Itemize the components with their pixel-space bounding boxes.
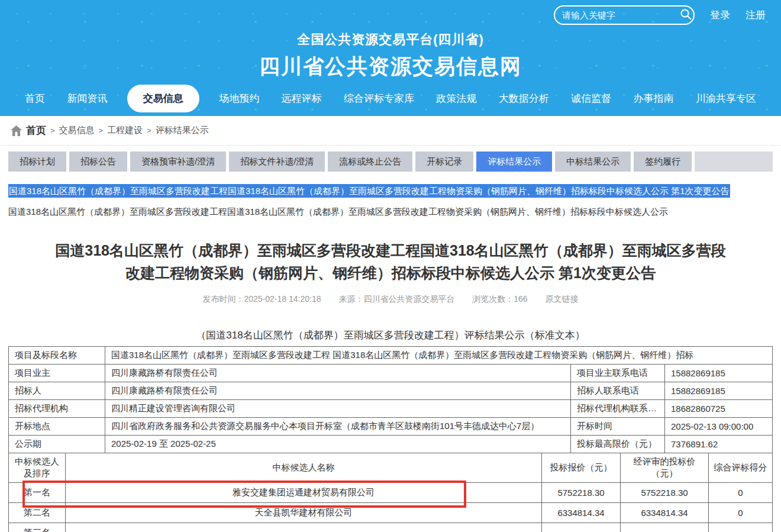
publicity-label-cell: 公示期 [9,436,105,453]
nav-item-policies[interactable]: 政策法规 [434,87,479,110]
breadcrumb-separator: > [50,126,55,135]
search-icon[interactable] [680,8,692,22]
owner-label-cell: 项目业主 [9,365,105,382]
nav-item-home[interactable]: 首页 [22,87,47,110]
score-cell: 0 [709,482,773,502]
nav-item-news[interactable]: 新闻资讯 [64,87,109,110]
nav-item-big-data[interactable]: 大数据分析 [496,87,551,110]
table-row: 招标代理机构 四川精正建设管理咨询有限公司 招标代理机构联系电话 1868286… [9,400,773,418]
header-evaluated-price: 经评审的投标价（元） [621,453,709,483]
evaluated-price-cell: 5752218.30 [621,482,709,502]
tabs-filler [695,151,773,172]
score-cell [709,523,773,532]
search-input[interactable] [562,10,680,20]
header-bid-price: 投标报价（元） [542,453,621,483]
publish-time: 发布时间：2025-02-18 14:20:18 [202,294,321,305]
max-price-label-cell: 投标最高限价（元） [571,436,665,453]
register-link[interactable]: 注册 [746,8,766,22]
breadcrumb-item-evaluation-result[interactable]: 评标结果公示 [156,125,209,136]
agency-value-cell: 四川精正建设管理咨询有限公司 [105,400,571,418]
site-subtitle: 全国公共资源交易平台(四川省) [0,31,781,49]
table-row: 项目及标段名称 国道318名山区黑竹（成都界）至雨城区多营段改建工程 国道318… [9,347,773,365]
max-price-value-cell: 7376891.62 [665,436,773,453]
site-header: 登录 注册 全国公共资源交易平台(四川省) 四川省公共资源交易信息网 首页 新闻… [0,0,781,116]
main-nav: 首页 新闻资讯 交易信息 场地预约 远程评标 综合评标专家库 政策法规 大数据分… [0,84,781,112]
table-row: 公示期 2025-02-19 至 2025-02-25 投标最高限价（元） 73… [9,436,773,453]
site-title: 四川省公共资源交易信息网 [0,53,781,80]
list-item-selected[interactable]: 国道318名山区黑竹（成都界）至雨城区多营段改建工程国道318名山区黑竹（成都界… [8,185,773,197]
venue-label-cell: 开标地点 [9,418,105,436]
result-table-wrap: 项目及标段名称 国道318名山区黑竹（成都界）至雨城区多营段改建工程 国道318… [8,346,773,532]
rank-cell: 第一名 [9,482,66,502]
announcement-list: 国道318名山区黑竹（成都界）至雨城区多营段改建工程国道318名山区黑竹（成都界… [8,185,773,218]
category-tabs: 招标计划 招标公告 资格预审补遗/澄清 招标文件补遗/澄清 流标或终止公告 开标… [8,151,773,172]
agency-label-cell: 招标代理机构 [9,400,105,418]
nav-item-expert-pool[interactable]: 综合评标专家库 [341,87,417,110]
bid-price-cell: 6334814.34 [542,502,621,523]
table-row: 项目业主 四川康藏路桥有限责任公司 项目业主联系电话 15882869185 [9,365,773,382]
tab-bid-announcement[interactable]: 招标公告 [69,151,127,172]
login-link[interactable]: 登录 [710,8,730,22]
nav-item-remote-evaluation[interactable]: 远程评标 [279,87,324,110]
project-info-table: 项目及标段名称 国道318名山区黑竹（成都界）至雨城区多营段改建工程 国道318… [8,346,773,453]
nav-item-venue-booking[interactable]: 场地预约 [217,87,262,110]
evaluated-price-cell [621,523,709,532]
candidate-name-cell [66,523,542,532]
evaluated-price-cell: 6334814.34 [621,502,709,523]
bid-price-cell [542,523,621,532]
rank-cell: 第二名 [9,502,66,523]
tenderer-phone-value-cell: 15882869185 [665,382,773,400]
agency-phone-value-cell: 18682860725 [665,400,773,418]
rank-cell: 第三名 [9,523,66,532]
breadcrumb-item-trade-info[interactable]: 交易信息 [59,125,95,136]
breadcrumb-item-engineering[interactable]: 工程建设 [107,125,143,136]
owner-phone-value-cell: 15882869185 [665,365,773,382]
breadcrumb: 首页 > 交易信息 > 工程建设 > 评标结果公示 [0,116,781,146]
tenderer-phone-label-cell: 招标人联系电话 [571,382,665,400]
view-count: 浏览次数：166 [472,294,527,305]
topbar: 登录 注册 [554,5,766,25]
header-score: 综合评标得分 [709,453,773,483]
view-count-label: 浏览次数： [472,294,514,304]
bid-price-cell: 5752218.30 [542,482,621,502]
source-label: 来源： [338,294,363,304]
page: 登录 注册 全国公共资源交易平台(四川省) 四川省公共资源交易信息网 首页 新闻… [0,0,781,532]
tenderer-value-cell: 四川康藏路桥有限责任公司 [105,382,571,400]
table-row: 第二名 天全县凯华建材有限公司 6334814.34 6334814.34 0 [9,502,773,523]
header-candidate-name: 中标候选人名称 [66,453,542,483]
breadcrumb-home[interactable]: 首页 [26,124,46,137]
result-table-caption: （国道318名山区黑竹（成都界）至雨城区多营段改建工程）评标结果公示（标准文本） [0,328,781,342]
tab-evaluation-result[interactable]: 评标结果公示 [476,151,552,172]
tab-failure-termination[interactable]: 流标或终止公告 [328,151,412,172]
source: 来源：四川省公共资源交易平台 [338,294,454,305]
candidates-table: 中标候选人及排序 中标候选人名称 投标报价（元） 经评审的投标价（元） 综合评标… [8,453,773,532]
list-item[interactable]: 国道318名山区黑竹（成都界）至雨城区多营段改建工程国道318名山区黑竹（成都界… [8,205,773,218]
nav-item-chuanyu-zone[interactable]: 川渝共享专区 [693,87,759,110]
tab-prequalification-supplement[interactable]: 资格预审补遗/澄清 [130,151,226,172]
tab-bid-plan[interactable]: 招标计划 [8,151,66,172]
nav-item-guide[interactable]: 办事指南 [631,87,676,110]
original-link[interactable]: 原文链接 [546,294,579,305]
breadcrumb-separator: > [99,126,104,135]
breadcrumb-separator: > [147,126,151,135]
home-icon[interactable] [11,125,22,136]
open-time-label-cell: 开标时间 [571,418,665,436]
list-item-selected-text[interactable]: 国道318名山区黑竹（成都界）至雨城区多营段改建工程国道318名山区黑竹（成都界… [8,184,730,198]
tab-bid-doc-supplement[interactable]: 招标文件补遗/澄清 [229,151,325,172]
nav-item-trade-info[interactable]: 交易信息 [127,85,199,112]
page-title: 国道318名山区黑竹（成都界）至雨城区多营段改建工程国道318名山区黑竹（成都界… [47,239,734,284]
tab-winning-result[interactable]: 中标结果公示 [555,151,631,172]
tab-bid-opening-record[interactable]: 开标记录 [415,151,473,172]
header-rank: 中标候选人及排序 [9,453,66,483]
owner-phone-label-cell: 项目业主联系电话 [571,365,665,382]
venue-value-cell: 四川省政府政务服务和公共资源交易服务中心本项目开标室（成都市青羊区鼓楼南街101… [105,418,571,436]
table-row: 第一名 雅安交建集团运通建材贸易有限公司 5752218.30 5752218.… [9,482,773,502]
article-meta: 发布时间：2025-02-18 14:20:18 来源：四川省公共资源交易平台 … [0,294,781,305]
open-time-value-cell: 2025-02-13 09:00:00 [665,418,773,436]
tab-contract-performance[interactable]: 签约履行 [634,151,692,172]
publish-time-label: 发布时间： [202,294,244,304]
source-value: 四川省公共资源交易平台 [363,294,454,304]
owner-value-cell: 四川康藏路桥有限责任公司 [105,365,571,382]
nav-item-integrity[interactable]: 诚信监督 [569,87,614,110]
search-box[interactable] [554,5,695,25]
